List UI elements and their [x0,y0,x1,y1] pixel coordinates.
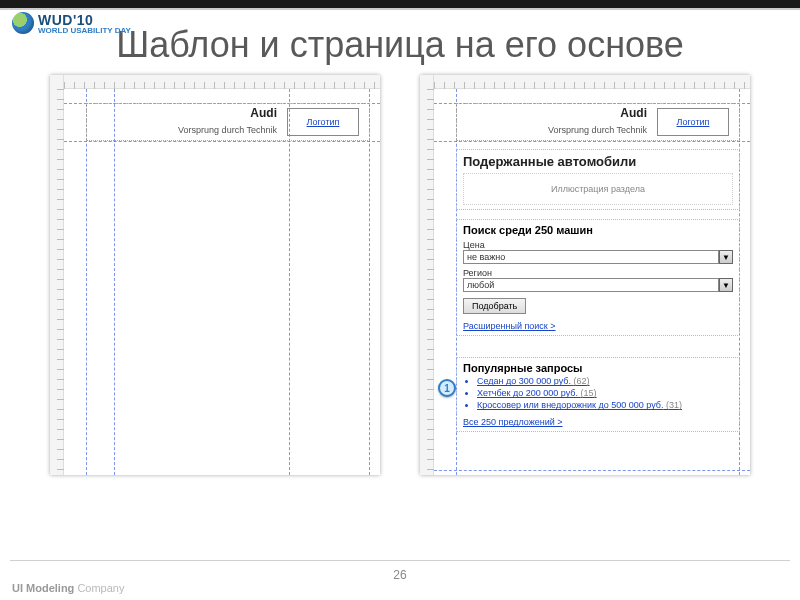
chevron-down-icon: ▼ [719,278,733,292]
search-button[interactable]: Подобрать [463,298,526,314]
price-value: не важно [463,250,719,264]
brand-name: Audi [457,107,647,119]
region-select[interactable]: любой ▼ [463,278,733,292]
popular-heading: Популярные запросы [463,362,733,374]
all-offers-link[interactable]: Все 250 предложений > [463,417,563,427]
logo-placeholder[interactable]: Логотип [657,108,729,136]
page-hero: Подержанные автомобили Иллюстрация разде… [456,149,740,210]
ruler-vertical [420,75,434,475]
region-label: Регион [463,268,733,278]
wireframe-template: Audi Vorsprung durch Technik Логотип [50,75,380,475]
slide-footer: 26 UI Modeling Company [0,560,800,600]
advanced-search-link[interactable]: Расширенный поиск > [463,321,556,331]
list-item[interactable]: Седан до 300 000 руб. (62) [477,376,733,386]
template-header: Audi Vorsprung durch Technik Логотип [86,103,370,141]
list-item[interactable]: Хетчбек до 200 000 руб. (15) [477,388,733,398]
slide-body: Audi Vorsprung durch Technik Логотип Aud… [0,71,800,475]
ruler-horizontal [50,75,380,89]
price-select[interactable]: не важно ▼ [463,250,733,264]
window-topbar [0,0,800,10]
ruler-horizontal [420,75,750,89]
event-logo-sub: WORLD USABILITY DAY [38,28,131,34]
search-heading: Поиск среди 250 машин [463,224,733,236]
footer-brand: UI Modeling Company [12,582,124,594]
brand-tagline: Vorsprung durch Technik [178,125,277,135]
slide-number: 26 [0,568,800,582]
ruler-vertical [50,75,64,475]
illustration-placeholder: Иллюстрация раздела [463,173,733,205]
brand-name: Audi [87,107,277,119]
page-title: Подержанные автомобили [463,154,733,169]
price-label: Цена [463,240,733,250]
chevron-down-icon: ▼ [719,250,733,264]
wireframe-page: Audi Vorsprung durch Technik Логотип Под… [420,75,750,475]
popular-panel: Популярные запросы Седан до 300 000 руб.… [456,357,740,432]
search-panel: Поиск среди 250 машин Цена не важно ▼ Ре… [456,219,740,336]
list-item[interactable]: Кроссовер или внедорожник до 500 000 руб… [477,400,733,410]
logo-placeholder[interactable]: Логотип [287,108,359,136]
popular-list: Седан до 300 000 руб. (62) Хетчбек до 20… [463,376,733,410]
region-value: любой [463,278,719,292]
globe-icon [12,12,34,34]
brand-tagline: Vorsprung durch Technik [548,125,647,135]
page-header: Audi Vorsprung durch Technik Логотип [456,103,740,141]
event-logo: WUD'10 WORLD USABILITY DAY [12,12,131,34]
annotation-pin[interactable]: 1 [438,379,456,397]
